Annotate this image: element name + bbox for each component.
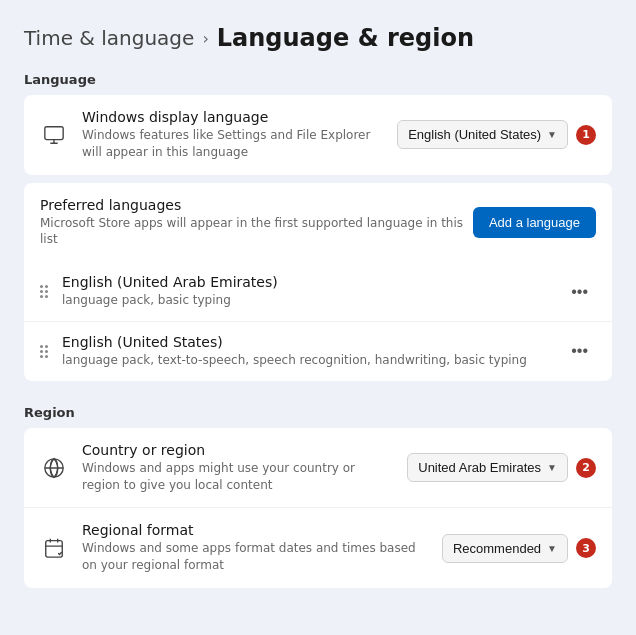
calendar-format-icon	[40, 534, 68, 562]
regional-format-select[interactable]: Recommended ▼	[442, 534, 568, 563]
list-item: English (United States) language pack, t…	[24, 322, 612, 381]
language-card: Windows display language Windows feature…	[24, 95, 612, 175]
preferred-languages-text: Preferred languages Microsoft Store apps…	[40, 197, 473, 249]
globe-icon	[40, 454, 68, 482]
breadcrumb-separator: ›	[202, 29, 208, 48]
preferred-languages-card: Preferred languages Microsoft Store apps…	[24, 183, 612, 381]
regional-format-badge: 3	[576, 538, 596, 558]
display-language-row: Windows display language Windows feature…	[24, 95, 612, 175]
display-language-select[interactable]: English (United States) ▼	[397, 120, 568, 149]
regional-format-row: Regional format Windows and some apps fo…	[24, 508, 612, 588]
country-region-badge: 2	[576, 458, 596, 478]
country-region-select[interactable]: United Arab Emirates ▼	[407, 453, 568, 482]
chevron-down-icon: ▼	[547, 129, 557, 140]
language-section-label: Language	[24, 72, 612, 87]
lang-item-2-title: English (United States)	[62, 334, 549, 350]
drag-handle-icon[interactable]	[40, 345, 48, 358]
add-language-button[interactable]: Add a language	[473, 207, 596, 238]
page-title: Language & region	[217, 24, 474, 52]
display-language-title: Windows display language	[82, 109, 383, 125]
region-section: Region Country or region Windows and app…	[24, 405, 612, 588]
lang-item-1-options-button[interactable]: •••	[563, 279, 596, 305]
preferred-languages-title: Preferred languages	[40, 197, 473, 213]
lang-item-1-text: English (United Arab Emirates) language …	[62, 274, 549, 309]
chevron-down-icon: ▼	[547, 543, 557, 554]
country-region-text: Country or region Windows and apps might…	[82, 442, 393, 494]
regional-format-control: Recommended ▼ 3	[442, 534, 596, 563]
country-region-row: Country or region Windows and apps might…	[24, 428, 612, 509]
chevron-down-icon: ▼	[547, 462, 557, 473]
display-language-text: Windows display language Windows feature…	[82, 109, 383, 161]
drag-handle-icon[interactable]	[40, 285, 48, 298]
monitor-icon	[40, 121, 68, 149]
list-item: English (United Arab Emirates) language …	[24, 262, 612, 322]
display-language-badge: 1	[576, 125, 596, 145]
display-language-control: English (United States) ▼ 1	[397, 120, 596, 149]
lang-item-1-title: English (United Arab Emirates)	[62, 274, 549, 290]
regional-format-text: Regional format Windows and some apps fo…	[82, 522, 428, 574]
lang-item-1-desc: language pack, basic typing	[62, 292, 549, 309]
preferred-languages-desc: Microsoft Store apps will appear in the …	[40, 215, 473, 249]
breadcrumb: Time & language › Language & region	[24, 24, 612, 52]
lang-item-2-options-button[interactable]: •••	[563, 338, 596, 364]
regional-format-desc: Windows and some apps format dates and t…	[82, 540, 428, 574]
regional-format-title: Regional format	[82, 522, 428, 538]
country-region-control: United Arab Emirates ▼ 2	[407, 453, 596, 482]
preferred-languages-header: Preferred languages Microsoft Store apps…	[24, 183, 612, 263]
display-language-desc: Windows features like Settings and File …	[82, 127, 383, 161]
region-section-label: Region	[24, 405, 612, 420]
country-region-title: Country or region	[82, 442, 393, 458]
country-region-desc: Windows and apps might use your country …	[82, 460, 393, 494]
lang-item-2-text: English (United States) language pack, t…	[62, 334, 549, 369]
lang-item-2-desc: language pack, text-to-speech, speech re…	[62, 352, 549, 369]
breadcrumb-parent[interactable]: Time & language	[24, 26, 194, 50]
svg-rect-0	[45, 127, 63, 140]
region-card: Country or region Windows and apps might…	[24, 428, 612, 588]
